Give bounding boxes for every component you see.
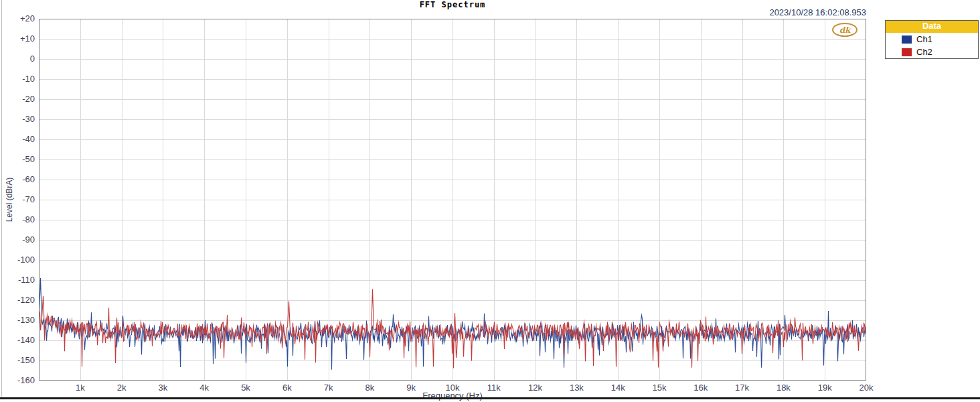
y-tick-label: -110 (0, 275, 35, 285)
y-tick-label: -20 (0, 94, 35, 104)
x-tick-label: 10k (446, 383, 460, 393)
legend-item-ch1[interactable]: Ch1 (886, 33, 978, 46)
y-tick-label: +10 (0, 34, 35, 44)
fft-analyzer-window: { "window": { "timestamp": "2023/10/28 1… (0, 0, 980, 402)
legend-item-label: Ch2 (916, 47, 932, 57)
legend-item-label: Ch1 (916, 34, 932, 44)
y-tick-label: -130 (0, 315, 35, 325)
plot-area: dk (39, 19, 866, 381)
x-tick-label: 6k (282, 383, 292, 393)
x-tick-label: 18k (777, 383, 791, 393)
x-tick-label: 3k (159, 383, 168, 393)
x-tick-label: 8k (365, 383, 375, 393)
x-tick-label: 19k (818, 383, 832, 393)
x-tick-label: 7k (324, 383, 333, 393)
ch2-color-swatch (902, 48, 912, 56)
y-tick-label: -90 (0, 234, 35, 245)
y-tick-label: -120 (0, 295, 35, 305)
y-tick-label: -60 (0, 174, 35, 184)
legend-panel: Data Ch1 Ch2 (885, 20, 979, 59)
x-tick-label: 5k (241, 383, 250, 393)
y-tick-label: -30 (0, 114, 35, 124)
y-tick-label: -10 (0, 74, 35, 84)
brand-logo-icon: dk (832, 23, 858, 37)
window-bottom-edge (0, 397, 980, 399)
y-tick-label: -100 (0, 255, 35, 265)
x-tick-label: 14k (611, 383, 625, 393)
x-tick-label: 13k (570, 383, 584, 393)
y-tick-label: -70 (0, 194, 35, 204)
x-tick-label: 9k (406, 383, 416, 393)
y-tick-label: -150 (0, 355, 35, 365)
legend-item-ch2[interactable]: Ch2 (886, 46, 978, 58)
y-tick-label: -140 (0, 335, 35, 345)
y-tick-label: -50 (0, 154, 35, 164)
x-tick-label: 1k (76, 383, 85, 393)
y-tick-label: -80 (0, 214, 35, 224)
x-tick-label: 16k (693, 383, 708, 393)
x-tick-label: 12k (528, 383, 542, 393)
x-tick-label: 4k (199, 383, 209, 393)
x-tick-label: 15k (653, 383, 667, 393)
x-tick-label: 17k (735, 383, 749, 393)
y-tick-label: 0 (0, 54, 35, 64)
spectrum-canvas[interactable] (39, 19, 866, 381)
timestamp: 2023/10/28 16:02:08.953 (39, 7, 866, 17)
legend-header: Data (886, 21, 978, 33)
x-tick-label: 2k (117, 383, 127, 393)
y-tick-label: -40 (0, 134, 35, 144)
ch1-color-swatch (902, 36, 912, 44)
y-tick-label: -160 (0, 375, 35, 385)
x-tick-label: 11k (487, 383, 501, 393)
y-tick-label: +20 (0, 13, 35, 23)
x-tick-label: 20k (860, 383, 874, 393)
